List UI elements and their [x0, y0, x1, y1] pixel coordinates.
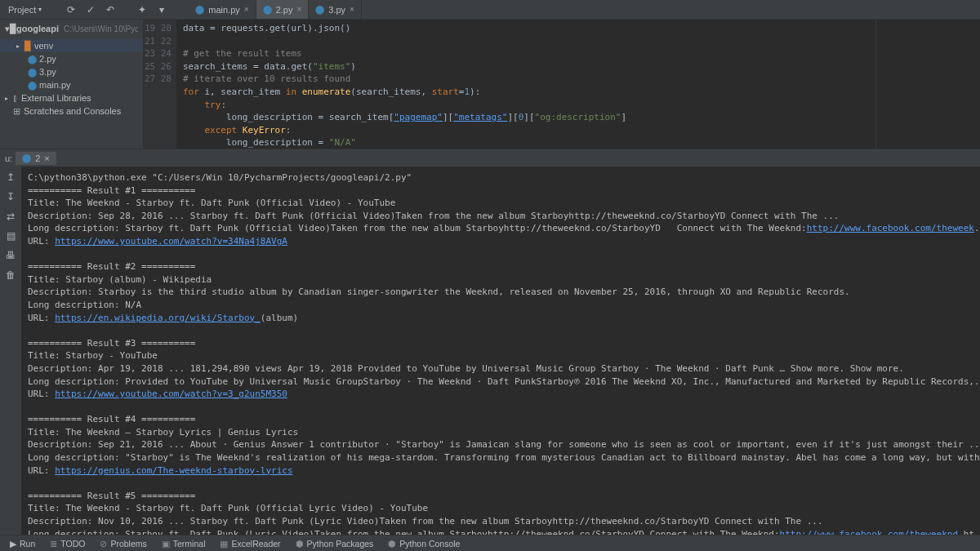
- commit-icon[interactable]: ✓: [85, 4, 96, 16]
- python-file-icon: ⬤: [28, 55, 37, 64]
- editor-tab-3[interactable]: ⬤3.py×: [309, 0, 362, 19]
- code-area[interactable]: data = requests.get(url).json() # get th…: [176, 20, 980, 149]
- sync-icon[interactable]: ⟳: [65, 4, 77, 16]
- project-sidebar: ▾ ▉ googleapi C:\Users\Win 10\PycharmPro…: [0, 20, 144, 149]
- rerun-icon[interactable]: ↥: [7, 171, 15, 183]
- tree-file[interactable]: ⬤ main.py: [0, 78, 143, 91]
- console-output[interactable]: C:\python38\python.exe "C:/Users/Win 10/…: [21, 167, 980, 535]
- editor-tab-main[interactable]: ⬤main.py×: [189, 0, 256, 19]
- python-file-icon: ⬤: [22, 153, 31, 162]
- python-file-icon: ⬤: [315, 5, 324, 14]
- step-icon[interactable]: ⇄: [7, 211, 15, 222]
- chevron-right-icon: ▸: [16, 42, 24, 50]
- folder-icon: ▉: [24, 41, 31, 51]
- close-icon[interactable]: ×: [350, 5, 354, 14]
- play-icon: ▶: [10, 539, 16, 549]
- settings-icon[interactable]: ✦: [136, 4, 148, 16]
- code-editor[interactable]: 19 20 21 22 23 24 25 26 27 28 data = req…: [144, 20, 980, 149]
- run-tab-2[interactable]: ⬤2×: [16, 152, 56, 165]
- print-icon[interactable]: 🖶: [6, 250, 16, 261]
- tool-python-console[interactable]: ⬢Python Console: [383, 539, 465, 549]
- library-icon: ⫿: [13, 93, 18, 103]
- trash-icon[interactable]: 🗑: [6, 269, 16, 281]
- tree-scratches[interactable]: ▸⊞Scratches and Consoles: [0, 104, 143, 118]
- tree-venv[interactable]: ▸▉venv: [0, 39, 143, 52]
- run-toolbar: ↥ ↧ ⇄ ▤ 🖶 🗑: [0, 167, 21, 535]
- editor-tab-2[interactable]: ⬤2.py×: [256, 0, 310, 19]
- tree-file[interactable]: ⬤ 2.py: [0, 52, 143, 65]
- run-panel: ↥ ↧ ⇄ ▤ 🖶 🗑 C:\python38\python.exe "C:/U…: [0, 167, 980, 535]
- tool-python-packages[interactable]: ⬢Python Packages: [291, 539, 379, 549]
- chevron-right-icon: ▸: [5, 95, 13, 102]
- tool-problems[interactable]: ⊘Problems: [95, 539, 151, 549]
- tree-file[interactable]: ⬤ 3.py: [0, 65, 143, 78]
- python-file-icon: ⬤: [263, 5, 272, 14]
- status-bar: ▶Run ≣TODO ⊘Problems ▣Terminal ▦ExcelRea…: [0, 535, 980, 551]
- line-gutter: 19 20 21 22 23 24 25 26 27 28: [144, 20, 176, 149]
- toolbar: Project ⟳ ✓ ↶ ✦ ▾ ⬤main.py× ⬤2.py× ⬤3.py…: [0, 0, 980, 20]
- run-tool-tabs: u: ⬤2×: [0, 149, 980, 167]
- folder-icon: ▉: [10, 24, 16, 34]
- layout-icon[interactable]: ▤: [7, 230, 16, 242]
- scratch-icon: ⊞: [13, 106, 20, 117]
- stop-icon[interactable]: ↧: [7, 191, 15, 202]
- project-root[interactable]: ▾ ▉ googleapi C:\Users\Win 10\PycharmPro…: [0, 20, 143, 38]
- python-file-icon: ⬤: [28, 68, 37, 77]
- tree-external-libraries[interactable]: ▸⫿External Libraries: [0, 91, 143, 104]
- hammer-icon[interactable]: ▾: [156, 4, 167, 16]
- tool-excel[interactable]: ▦ExcelReader: [215, 539, 285, 549]
- close-icon[interactable]: ×: [296, 5, 301, 14]
- tool-terminal[interactable]: ▣Terminal: [157, 539, 211, 549]
- python-file-icon: ⬤: [28, 81, 37, 90]
- tool-run[interactable]: ▶Run: [5, 539, 40, 549]
- editor-tabs: ⬤main.py× ⬤2.py× ⬤3.py×: [189, 0, 362, 19]
- right-margin: [875, 20, 876, 149]
- close-icon[interactable]: ×: [244, 5, 249, 14]
- tool-todo[interactable]: ≣TODO: [45, 539, 90, 549]
- project-selector[interactable]: Project: [5, 5, 45, 15]
- history-icon[interactable]: ↶: [105, 4, 116, 16]
- python-file-icon: ⬤: [195, 5, 204, 14]
- close-icon[interactable]: ×: [44, 153, 49, 163]
